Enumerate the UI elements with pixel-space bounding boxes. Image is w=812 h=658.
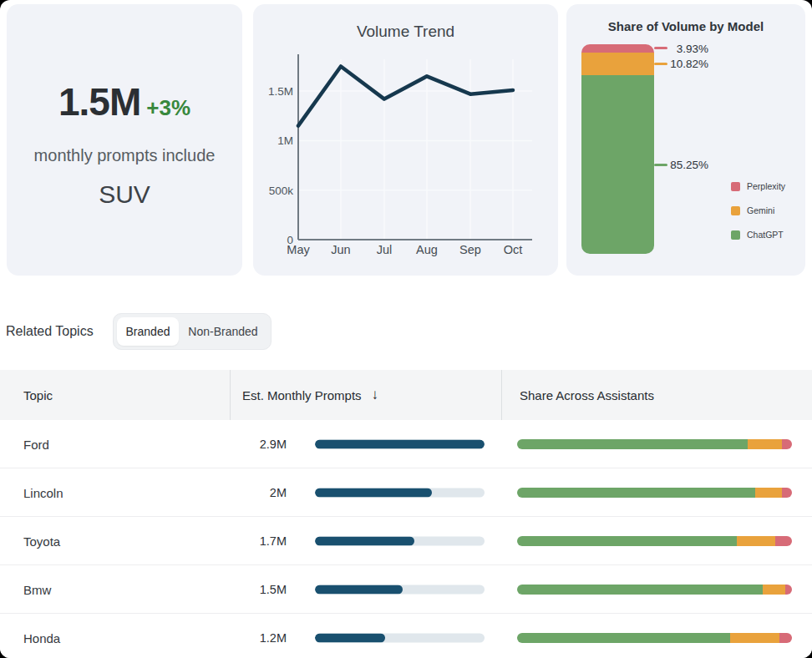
x-tick-label: May <box>280 243 317 256</box>
share-percent-label-gemini: 10.82% <box>657 58 708 70</box>
tab-non-branded[interactable]: Non-Branded <box>179 317 267 346</box>
dashboard-page: 1.5M +3% monthly prompts include SUV Vol… <box>0 0 812 658</box>
value-cell: 2.9M <box>230 438 287 451</box>
summary-delta-badge: +3% <box>146 95 190 121</box>
summary-value: 1.5M <box>58 79 140 124</box>
share-across-assistants-bar <box>517 439 792 449</box>
x-tick-label: Oct <box>495 243 531 256</box>
table-row: Lincoln2M <box>0 468 812 516</box>
branded-toggle: Branded Non-Branded <box>113 313 272 350</box>
prompt-volume-bar-fill <box>315 536 414 545</box>
volume-trend-title: Volume Trend <box>253 4 558 41</box>
share-segment-perplexity <box>779 633 792 643</box>
share-across-assistants-bar <box>517 633 792 643</box>
summary-value-line: 1.5M +3% <box>58 79 190 124</box>
table-row: Honda1.2M <box>0 613 812 658</box>
share-segment-perplexity <box>782 488 792 498</box>
column-header-topic: Topic <box>23 388 53 402</box>
legend-item-gemini: Gemini <box>731 205 785 215</box>
perplexity-swatch-icon <box>731 182 740 191</box>
table-row: Bmw1.5M <box>0 564 812 613</box>
table-row: Toyota1.7M <box>0 516 812 564</box>
chatgpt-swatch-icon <box>731 230 740 240</box>
column-header-est-monthly-prompts[interactable]: Est. Monthly Prompts ↓ <box>242 387 378 403</box>
share-across-assistants-bar <box>517 536 792 546</box>
share-segment-chatgpt <box>517 488 755 498</box>
share-segment-chatgpt <box>517 536 737 546</box>
share-segment-gemini <box>737 536 775 546</box>
share-segment-gemini <box>730 633 779 643</box>
prompt-volume-bar-fill <box>315 633 385 642</box>
x-tick-label: Jul <box>366 243 403 256</box>
topic-cell: Lincoln <box>23 485 63 499</box>
y-tick-label: 1.5M <box>265 85 293 98</box>
table-header: Topic Est. Monthly Prompts ↓ Share Acros… <box>0 370 812 420</box>
share-segment-chatgpt <box>517 585 763 595</box>
stack-segment-chatgpt <box>581 75 654 254</box>
topic-cell: Bmw <box>23 582 51 596</box>
share-percent-label-perplexity: 3.93% <box>657 42 708 54</box>
value-cell: 2M <box>230 486 287 499</box>
volume-trend-card: Volume Trend 0500k1M1.5MMayJunJulAugSepO… <box>253 4 558 276</box>
topic-cell: Toyota <box>23 534 60 548</box>
prompt-volume-bar <box>315 633 485 642</box>
column-divider <box>230 370 231 420</box>
legend-item-perplexity: Perplexity <box>731 181 785 191</box>
gemini-swatch-icon <box>731 206 740 215</box>
summary-subtitle: monthly prompts include <box>34 146 216 165</box>
sort-descending-icon[interactable]: ↓ <box>372 387 379 403</box>
value-cell: 1.2M <box>230 631 287 645</box>
share-across-assistants-bar <box>517 488 792 498</box>
model-share-stacked-bar <box>581 44 654 254</box>
related-topics-table: Topic Est. Monthly Prompts ↓ Share Acros… <box>0 370 812 658</box>
share-volume-title: Share of Volume by Model <box>566 4 805 33</box>
summary-keyword: SUV <box>99 180 150 209</box>
column-divider <box>501 370 502 420</box>
x-tick-label: Aug <box>409 243 445 256</box>
related-topics-bar: Related Topics Branded Non-Branded <box>0 313 812 350</box>
share-across-assistants-bar <box>517 585 792 595</box>
share-segment-gemini <box>748 439 782 449</box>
value-cell: 1.7M <box>230 534 287 548</box>
share-segment-chatgpt <box>517 439 748 449</box>
topic-cell: Honda <box>23 630 60 645</box>
volume-trend-svg <box>270 48 547 258</box>
x-tick-label: Sep <box>452 243 489 256</box>
value-cell: 1.5M <box>230 583 287 596</box>
summary-card: 1.5M +3% monthly prompts include SUV <box>7 4 242 276</box>
prompt-volume-bar-fill <box>315 585 403 594</box>
topic-cell: Ford <box>23 437 49 451</box>
table-row: Ford2.9M <box>0 420 812 468</box>
legend-label: Gemini <box>747 205 774 215</box>
share-segment-perplexity <box>785 585 792 595</box>
share-segment-chatgpt <box>517 633 730 643</box>
tab-branded[interactable]: Branded <box>117 317 179 346</box>
share-percent-label-chatgpt: 85.25% <box>657 159 708 171</box>
volume-trend-chart: 0500k1M1.5MMayJunJulAugSepOct <box>270 48 547 258</box>
x-tick-label: Jun <box>322 243 359 256</box>
stack-segment-gemini <box>581 53 654 75</box>
stack-segment-perplexity <box>581 44 654 53</box>
y-tick-label: 1M <box>265 134 293 147</box>
y-tick-label: 500k <box>265 184 293 196</box>
prompt-volume-bar <box>315 439 485 448</box>
prompt-volume-bar <box>315 488 485 497</box>
prompt-volume-bar <box>315 536 485 545</box>
related-topics-label: Related Topics <box>6 324 94 339</box>
legend-item-chatgpt: ChatGPT <box>731 230 785 240</box>
share-volume-card: Share of Volume by Model 3.93%10.82%85.2… <box>566 4 805 276</box>
prompt-volume-bar-fill <box>315 439 485 448</box>
share-segment-perplexity <box>782 439 792 449</box>
prompt-volume-bar <box>315 585 485 594</box>
model-legend: PerplexityGeminiChatGPT <box>731 181 785 240</box>
column-header-est-label: Est. Monthly Prompts <box>242 388 362 402</box>
share-segment-perplexity <box>775 536 792 546</box>
prompt-volume-bar-fill <box>315 488 432 497</box>
legend-label: ChatGPT <box>747 230 784 240</box>
share-segment-gemini <box>763 585 784 595</box>
share-segment-gemini <box>755 488 783 498</box>
legend-label: Perplexity <box>747 181 785 191</box>
table-body: Ford2.9MLincoln2MToyota1.7MBmw1.5MHonda1… <box>0 420 812 658</box>
column-header-share: Share Across Assistants <box>520 388 654 402</box>
